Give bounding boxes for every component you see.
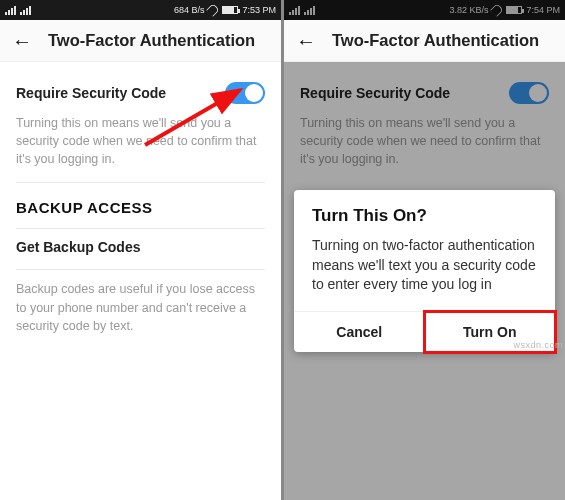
- battery-icon: [506, 6, 522, 14]
- require-code-label: Require Security Code: [300, 85, 450, 101]
- get-backup-codes-link[interactable]: Get Backup Codes: [16, 229, 265, 269]
- require-code-toggle[interactable]: [225, 82, 265, 104]
- page-title: Two-Factor Authentication: [332, 31, 539, 50]
- dialog-body: Turning on two-factor authentication mea…: [294, 236, 555, 311]
- require-code-row: Require Security Code: [16, 76, 265, 114]
- watermark: wsxdn.com: [513, 340, 563, 350]
- screenshot-right: 3.82 KB/s 7:54 PM ← Two-Factor Authentic…: [284, 0, 565, 500]
- page-title: Two-Factor Authentication: [48, 31, 255, 50]
- status-bar: 684 B/s 7:53 PM: [0, 0, 281, 20]
- net-speed: 3.82 KB/s: [449, 5, 488, 15]
- backup-section-header: BACKUP ACCESS: [16, 183, 265, 228]
- signal-icon: [289, 6, 300, 15]
- app-header: ← Two-Factor Authentication: [284, 20, 565, 62]
- clock: 7:54 PM: [526, 5, 560, 15]
- require-code-desc: Turning this on means we'll send you a s…: [16, 114, 265, 182]
- wifi-icon: [490, 3, 504, 17]
- require-code-row: Require Security Code: [300, 76, 549, 114]
- clock: 7:53 PM: [242, 5, 276, 15]
- signal-icon-2: [20, 6, 31, 15]
- net-speed: 684 B/s: [174, 5, 205, 15]
- signal-icon: [5, 6, 16, 15]
- require-code-toggle[interactable]: [509, 82, 549, 104]
- app-header: ← Two-Factor Authentication: [0, 20, 281, 62]
- backup-desc: Backup codes are useful if you lose acce…: [16, 270, 265, 348]
- battery-icon: [222, 6, 238, 14]
- dialog-title: Turn This On?: [294, 190, 555, 236]
- status-bar: 3.82 KB/s 7:54 PM: [284, 0, 565, 20]
- content-area: Require Security Code Turning this on me…: [0, 62, 281, 363]
- confirm-dialog: Turn This On? Turning on two-factor auth…: [294, 190, 555, 352]
- require-code-label: Require Security Code: [16, 85, 166, 101]
- cancel-button[interactable]: Cancel: [294, 312, 425, 352]
- back-icon[interactable]: ←: [12, 31, 32, 51]
- wifi-icon: [206, 3, 220, 17]
- require-code-desc: Turning this on means we'll send you a s…: [300, 114, 549, 182]
- signal-icon-2: [304, 6, 315, 15]
- content-area: Require Security Code Turning this on me…: [284, 62, 565, 196]
- back-icon[interactable]: ←: [296, 31, 316, 51]
- screenshot-left: 684 B/s 7:53 PM ← Two-Factor Authenticat…: [0, 0, 281, 500]
